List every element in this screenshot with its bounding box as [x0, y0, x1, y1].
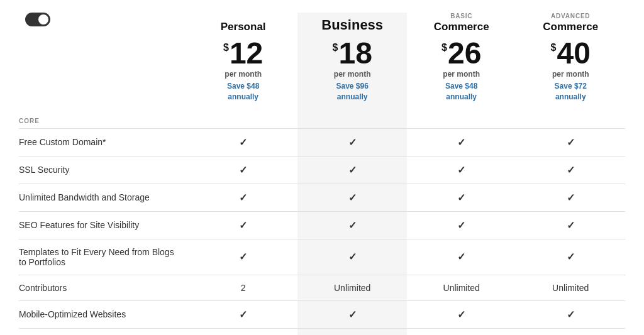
feature-name: Templates to Fit Every Need from Blogs t…	[19, 239, 189, 275]
price-business: $ 18 per month Save $96annually	[297, 36, 407, 107]
check-icon: ✓	[457, 251, 465, 262]
table-row: SEO Features for Site Visibility✓✓✓✓	[19, 211, 625, 239]
check-icon: ✓	[567, 137, 575, 148]
check-icon: ✓	[348, 165, 357, 175]
feature-value-cell: ✓	[189, 239, 298, 275]
feature-value-cell: ✓	[407, 211, 516, 239]
section-cell-business	[297, 107, 407, 129]
contributors-value: Unlimited	[443, 283, 480, 293]
plan-header-personal: Personal	[189, 13, 298, 36]
check-icon: ✓	[567, 251, 575, 262]
pricing-container: Personal Business BASIC Commerce ADVANCE…	[0, 0, 644, 335]
check-icon: ✓	[567, 309, 575, 320]
feature-value-cell: ✓	[407, 328, 516, 335]
plan-header-advanced-commerce: ADVANCED Commerce	[516, 13, 625, 36]
contributors-value: Unlimited	[552, 283, 589, 293]
section-cell-basic-commerce	[407, 107, 516, 129]
plan-label-small-basic-commerce: BASIC	[417, 13, 506, 19]
feature-value-cell: ✓	[407, 156, 516, 184]
feature-value-cell: ✓	[516, 156, 625, 184]
feature-value-cell: Unlimited	[407, 275, 516, 300]
feature-value-cell: ✓	[189, 300, 298, 328]
feature-value-cell: Unlimited	[297, 275, 407, 300]
feature-name: SEO Features for Site Visibility	[19, 211, 189, 239]
header-plan-names-row: Personal Business BASIC Commerce ADVANCE…	[19, 13, 625, 36]
feature-name: Free Custom Domain*	[19, 128, 189, 156]
check-icon: ✓	[457, 165, 465, 175]
billing-toggle-switch[interactable]	[25, 13, 50, 26]
feature-name: Unlimited Bandwidth and Storage	[19, 184, 189, 211]
price-feature-cell	[19, 36, 189, 107]
check-icon: ✓	[239, 220, 247, 231]
section-label: CORE	[19, 107, 189, 129]
table-row: Mobile-Optimized Websites✓✓✓✓	[19, 300, 625, 328]
feature-value-cell: ✓	[297, 184, 407, 211]
feature-name: Mobile-Optimized Websites	[19, 300, 189, 328]
feature-value-cell: ✓	[516, 211, 625, 239]
check-icon: ✓	[567, 165, 575, 175]
price-per-month-personal: per month	[199, 70, 288, 79]
feature-name: 24/7 Customer Support	[19, 328, 189, 335]
section-cell-personal	[189, 107, 298, 129]
check-icon: ✓	[348, 192, 357, 203]
check-icon: ✓	[348, 220, 357, 231]
pricing-table: Personal Business BASIC Commerce ADVANCE…	[19, 13, 625, 335]
price-amount-personal: 12	[230, 38, 263, 69]
table-row: SSL Security✓✓✓✓	[19, 156, 625, 184]
feature-value-cell: ✓	[407, 300, 516, 328]
plan-label-main-personal: Personal	[199, 21, 288, 33]
table-row: Unlimited Bandwidth and Storage✓✓✓✓	[19, 184, 625, 211]
contributors-value: 2	[241, 283, 246, 293]
table-row: Templates to Fit Every Need from Blogs t…	[19, 239, 625, 275]
plan-label-small-advanced-commerce: ADVANCED	[526, 13, 615, 19]
feature-value-cell: ✓	[189, 184, 298, 211]
contributors-value: Unlimited	[334, 283, 370, 293]
check-icon: ✓	[239, 165, 247, 175]
plan-header-basic-commerce: BASIC Commerce	[407, 13, 516, 36]
plan-label-main-advanced-commerce: Commerce	[526, 21, 615, 33]
feature-value-cell: ✓	[516, 184, 625, 211]
price-amount-business: 18	[338, 38, 372, 69]
feature-value-cell: Unlimited	[516, 275, 625, 300]
plan-label-main-business: Business	[308, 17, 397, 33]
plan-label-main-basic-commerce: Commerce	[417, 21, 506, 33]
feature-name: Contributors	[19, 275, 189, 300]
check-icon: ✓	[567, 220, 575, 231]
check-icon: ✓	[457, 137, 465, 148]
section-header-row: CORE	[19, 107, 625, 129]
feature-value-cell: ✓	[407, 239, 516, 275]
feature-value-cell: ✓	[297, 328, 407, 335]
feature-value-cell: ✓	[297, 156, 407, 184]
header-price-row: $ 12 per month Save $48annually $ 18 per…	[19, 36, 625, 107]
check-icon: ✓	[457, 192, 465, 203]
check-icon: ✓	[239, 192, 247, 203]
price-save-personal: Save $48annually	[199, 81, 288, 102]
feature-value-cell: ✓	[516, 239, 625, 275]
feature-value-cell: ✓	[516, 328, 625, 335]
check-icon: ✓	[348, 309, 357, 320]
toggle-knob	[38, 14, 48, 25]
price-display-business: $ 18	[308, 38, 397, 69]
price-save-advanced-commerce: Save $72annually	[526, 81, 615, 102]
price-dollar-business: $	[333, 42, 338, 53]
feature-value-cell: ✓	[516, 300, 625, 328]
feature-value-cell: ✓	[297, 239, 407, 275]
price-amount-advanced-commerce: 40	[557, 38, 590, 69]
billing-toggle-area	[19, 13, 179, 26]
price-display-personal: $ 12	[199, 38, 288, 69]
price-dollar-basic-commerce: $	[441, 42, 447, 53]
check-icon: ✓	[239, 137, 247, 148]
table-row: 24/7 Customer Support✓✓✓✓	[19, 328, 625, 335]
check-icon: ✓	[348, 251, 357, 262]
feature-value-cell: ✓	[407, 128, 516, 156]
check-icon: ✓	[348, 137, 357, 148]
check-icon: ✓	[239, 309, 247, 320]
check-icon: ✓	[239, 251, 247, 262]
price-amount-basic-commerce: 26	[448, 38, 481, 69]
feature-value-cell: ✓	[189, 211, 298, 239]
section-cell-advanced-commerce	[516, 107, 625, 129]
price-per-month-business: per month	[308, 70, 397, 79]
feature-value-cell: ✓	[297, 300, 407, 328]
feature-value-cell: ✓	[297, 128, 407, 156]
price-personal: $ 12 per month Save $48annually	[189, 36, 298, 107]
